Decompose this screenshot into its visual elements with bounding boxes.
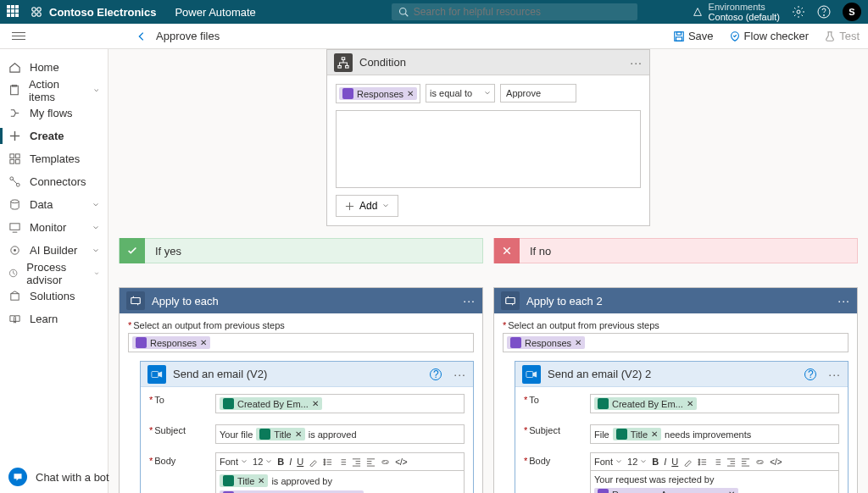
nav-home[interactable]: Home [0,56,108,79]
italic-button[interactable]: I [664,457,666,467]
dynamic-content-icon [598,489,609,493]
breadcrumb[interactable]: Approve files [136,30,220,42]
svg-rect-31 [342,57,345,59]
condition-operator-select[interactable]: is equal to [426,84,495,102]
help-icon[interactable] [817,5,831,19]
email-menu-yes[interactable]: ··· [453,368,466,381]
chat-with-bot[interactable]: Chat with a bot [8,468,109,486]
condition-header[interactable]: Condition ··· [327,50,649,75]
rich-text-toolbar[interactable]: Font 12 B I U [215,452,465,471]
send-email-header-no[interactable]: Send an email (V2) 2 ? ··· [515,362,848,387]
condition-card[interactable]: Condition ··· Responses✕ is equal to App… [326,49,650,226]
condition-left-operand[interactable]: Responses✕ [336,84,420,103]
subject-field-no[interactable]: File Title✕ needs improvements [590,424,839,444]
code-view-button[interactable]: </> [395,457,407,467]
body-field-yes[interactable]: Title✕ is approved by Responses Approver… [215,471,465,493]
nav-monitor[interactable]: Monitor [0,216,108,239]
apply-to-each-card-yes[interactable]: Apply to each ··· Select an output from … [119,287,483,493]
token-remove[interactable]: ✕ [295,429,302,439]
svg-rect-36 [131,298,141,304]
apply-to-each-card-no[interactable]: Apply to each 2 ··· Select an output fro… [493,287,858,493]
if-yes-branch: If yes Apply to each ··· Select an outpu… [119,238,483,493]
settings-icon[interactable] [792,5,805,19]
underline-button[interactable]: U [297,457,303,467]
condition-add-button[interactable]: Add [336,195,398,217]
indent-icon[interactable] [741,457,750,467]
token-remove[interactable]: ✕ [687,399,693,408]
nav-ai-builder[interactable]: AI Builder [0,239,108,262]
send-email-header-yes[interactable]: Send an email (V2) ? ··· [141,362,473,387]
number-list-icon[interactable] [712,457,721,467]
send-email-card-yes[interactable]: Send an email (V2) ? ··· To Created By E… [140,361,474,493]
outdent-icon[interactable] [352,457,361,467]
plus-icon [345,202,354,211]
nav-data[interactable]: Data [0,193,108,216]
if-no-header[interactable]: If no [493,238,858,263]
flow-checker-button[interactable]: Flow checker [729,30,810,42]
user-avatar[interactable]: S [843,3,861,21]
font-select[interactable]: Font [594,457,622,467]
code-view-button[interactable]: </> [770,457,782,467]
nav-process-advisor[interactable]: Process advisor [0,262,108,285]
nav-action-items[interactable]: Action items [0,79,108,102]
environment-picker[interactable]: Environments Contoso (default) [692,2,780,22]
search-input[interactable] [414,6,631,18]
condition-left-operand-extra[interactable] [336,110,641,188]
token-remove[interactable]: ✕ [312,399,319,408]
nav-learn[interactable]: Learn [0,307,108,330]
apply-to-each-header-yes[interactable]: Apply to each ··· [120,288,482,313]
outdent-icon[interactable] [726,457,736,467]
svg-point-3 [37,13,42,17]
link-icon[interactable] [381,457,390,467]
italic-button[interactable]: I [289,457,292,467]
bullet-list-icon[interactable] [698,457,707,467]
email-menu-no[interactable]: ··· [828,368,841,381]
nav-create[interactable]: Create [0,125,108,147]
link-icon[interactable] [755,457,765,467]
product-name[interactable]: Power Automate [175,6,255,19]
nav-connectors[interactable]: Connectors [0,170,108,193]
save-button[interactable]: Save [673,30,714,42]
color-icon[interactable] [683,457,693,467]
to-field-no[interactable]: Created By Em...✕ [590,394,839,413]
body-field-no[interactable]: Your request was rejected by Responses A… [590,471,839,493]
color-icon[interactable] [309,457,318,467]
help-icon[interactable]: ? [804,368,816,380]
select-output-field-yes[interactable]: Responses✕ [128,333,474,352]
nav-my-flows[interactable]: My flows [0,102,108,125]
apply-to-each-header-no[interactable]: Apply to each 2 ··· [494,288,857,313]
bold-button[interactable]: B [652,457,659,467]
fontsize-select[interactable]: 12 [627,457,647,467]
font-select[interactable]: Font [220,457,248,467]
apply-menu-no[interactable]: ··· [837,294,850,307]
send-email-card-no[interactable]: Send an email (V2) 2 ? ··· To Created By… [515,361,849,493]
condition-value-input[interactable]: Approve [500,84,576,102]
subject-field-yes[interactable]: Your file Title✕ is approved [215,424,465,444]
svg-rect-30 [11,294,19,301]
fontsize-select[interactable]: 12 [253,457,272,467]
underline-button[interactable]: U [671,457,678,467]
to-field-yes[interactable]: Created By Em...✕ [215,394,465,413]
number-list-icon[interactable] [337,457,347,467]
token-remove[interactable]: ✕ [258,476,264,485]
select-output-field-no[interactable]: Responses✕ [503,333,849,352]
nav-solutions[interactable]: Solutions [0,285,108,307]
help-icon[interactable]: ? [430,368,442,380]
app-launcher-icon[interactable] [7,5,20,19]
apply-menu-yes[interactable]: ··· [463,294,476,307]
condition-menu[interactable]: ··· [630,56,643,69]
rich-text-toolbar[interactable]: Font 12 B I U [590,452,839,471]
token-remove[interactable]: ✕ [575,338,581,347]
bullet-list-icon[interactable] [323,457,332,467]
token-remove[interactable]: ✕ [200,338,207,347]
nav-templates[interactable]: Templates [0,147,108,170]
search-box[interactable] [392,3,637,20]
indent-icon[interactable] [366,457,376,467]
test-button[interactable]: Test [824,30,860,42]
if-yes-header[interactable]: If yes [119,238,483,263]
token-remove[interactable]: ✕ [407,89,414,98]
token-remove[interactable]: ✕ [651,429,658,439]
token-remove[interactable]: ✕ [728,490,735,493]
bold-button[interactable]: B [277,457,284,467]
nav-toggle-icon[interactable] [12,32,25,40]
